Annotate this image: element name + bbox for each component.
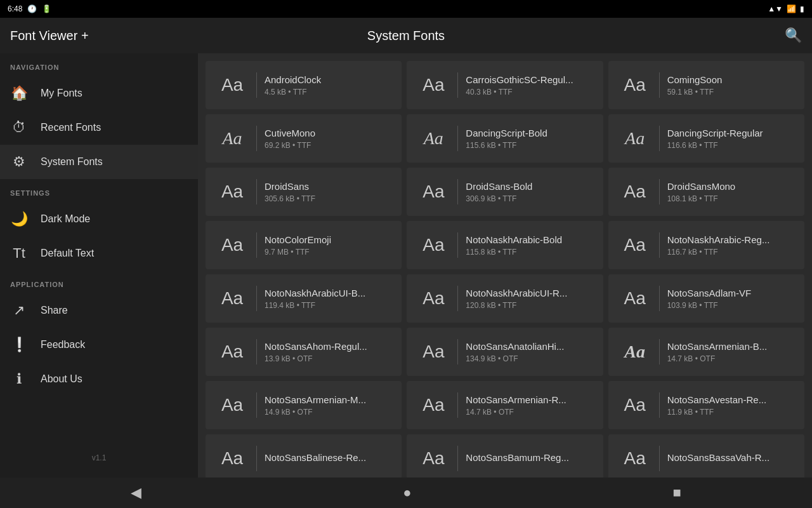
- font-preview: Aa: [216, 288, 249, 309]
- font-divider: [256, 126, 257, 151]
- font-info: NotoSansArmenian-B...14.7 kB • OTF: [667, 341, 768, 363]
- app-bar-center-title: System Fonts: [367, 29, 445, 43]
- font-info: CarroisGothicSC-Regul...40.3 kB • TTF: [466, 74, 573, 97]
- sidebar-item-feedback[interactable]: ❕Feedback: [0, 328, 198, 362]
- font-name: NotoSansArmenian-M...: [265, 394, 366, 405]
- font-card[interactable]: AaNotoSansArmenian-R...14.7 kB • OTF: [407, 381, 603, 429]
- font-divider: [659, 72, 660, 98]
- font-card[interactable]: AaNotoSansBassaVah-R...: [608, 434, 804, 478]
- font-preview: Aa: [619, 448, 652, 469]
- font-card[interactable]: AaNotoSansAvestan-Re...11.9 kB • TTF: [608, 381, 804, 429]
- sidebar-item-share[interactable]: ↗Share: [0, 293, 198, 328]
- font-preview: Aa: [417, 235, 450, 255]
- font-card[interactable]: AaDroidSans-Bold306.9 kB • TTF: [407, 168, 603, 216]
- sidebar-item-label: System Fonts: [41, 156, 103, 168]
- font-divider: [659, 446, 660, 471]
- font-divider: [256, 72, 257, 98]
- font-info: DancingScript-Bold115.6 kB • TTF: [466, 128, 547, 150]
- font-info: DroidSansMono108.1 kB • TTF: [667, 181, 736, 203]
- home-button[interactable]: ●: [388, 479, 426, 506]
- font-name: ComingSoon: [667, 74, 723, 85]
- font-info: CutiveMono69.2 kB • TTF: [265, 128, 315, 150]
- about-us-icon: ℹ: [10, 371, 28, 387]
- sidebar-item-label: Recent Fonts: [41, 122, 101, 133]
- font-name: NotoSansBalinese-Re...: [265, 452, 366, 463]
- font-name: NotoSansAvestan-Re...: [667, 394, 766, 405]
- font-divider: [457, 339, 458, 364]
- font-preview: Aa: [417, 128, 450, 149]
- font-info: NotoSansAhom-Regul...13.9 kB • OTF: [265, 341, 367, 363]
- font-preview: Aa: [619, 395, 652, 415]
- font-divider: [457, 232, 458, 258]
- font-name: CarroisGothicSC-Regul...: [466, 74, 573, 85]
- bottom-nav: ◀ ● ■: [0, 478, 812, 508]
- font-meta: 11.9 kB • TTF: [667, 408, 766, 417]
- font-card[interactable]: AaNotoSansAhom-Regul...13.9 kB • OTF: [206, 328, 402, 376]
- font-divider: [659, 392, 660, 418]
- font-preview: Aa: [216, 128, 249, 149]
- font-info: NotoNaskhArabicUI-R...120.8 kB • TTF: [466, 288, 567, 310]
- main-layout: NAVIGATION🏠My Fonts⏱Recent Fonts⚙System …: [0, 53, 812, 478]
- font-divider: [659, 339, 660, 364]
- font-name: NotoNaskhArabic-Bold: [466, 234, 562, 245]
- font-divider: [659, 232, 660, 258]
- font-card[interactable]: AaNotoSansAdlam-VF103.9 kB • TTF: [608, 274, 804, 323]
- sidebar-item-label: My Fonts: [41, 88, 82, 99]
- search-icon[interactable]: 🔍: [785, 27, 802, 44]
- font-card[interactable]: AaDroidSans305.6 kB • TTF: [206, 168, 402, 216]
- font-name: DancingScript-Regular: [667, 128, 763, 138]
- font-card[interactable]: AaNotoSansBamum-Reg...: [407, 434, 603, 478]
- back-button[interactable]: ◀: [115, 479, 157, 506]
- sidebar-item-recent-fonts[interactable]: ⏱Recent Fonts: [0, 110, 198, 145]
- font-preview: Aa: [619, 235, 652, 255]
- sidebar-item-about-us[interactable]: ℹAbout Us: [0, 362, 198, 396]
- font-card[interactable]: AaNotoSansAnatolianHi...134.9 kB • OTF: [407, 328, 603, 376]
- font-preview: Aa: [216, 342, 249, 362]
- sidebar-item-my-fonts[interactable]: 🏠My Fonts: [0, 76, 198, 110]
- font-info: NotoNaskhArabic-Bold115.8 kB • TTF: [466, 234, 562, 257]
- font-meta: 108.1 kB • TTF: [667, 194, 736, 203]
- font-card[interactable]: AaNotoSansArmenian-M...14.9 kB • OTF: [206, 381, 402, 429]
- font-card[interactable]: AaNotoNaskhArabic-Reg...116.7 kB • TTF: [608, 221, 804, 269]
- font-info: DroidSans-Bold306.9 kB • TTF: [466, 181, 532, 203]
- recent-button[interactable]: ■: [658, 479, 697, 506]
- font-card[interactable]: AaDroidSansMono108.1 kB • TTF: [608, 168, 804, 216]
- font-preview: Aa: [417, 342, 450, 362]
- sidebar-item-dark-mode[interactable]: 🌙Dark Mode: [0, 202, 198, 236]
- font-preview: Aa: [417, 395, 450, 415]
- font-preview: Aa: [417, 288, 450, 309]
- font-card[interactable]: AaAndroidClock4.5 kB • TTF: [206, 61, 402, 109]
- font-name: NotoSansBassaVah-R...: [667, 452, 769, 463]
- status-wifi-icon: ▲▼: [768, 4, 783, 13]
- font-meta: 4.5 kB • TTF: [265, 88, 321, 97]
- font-divider: [457, 286, 458, 311]
- sidebar-item-system-fonts[interactable]: ⚙System Fonts: [0, 145, 198, 179]
- font-preview: Aa: [216, 448, 249, 469]
- sidebar-section-label: SETTINGS: [0, 179, 198, 202]
- font-card[interactable]: AaNotoColorEmoji9.7 MB • TTF: [206, 221, 402, 269]
- font-name: DroidSansMono: [667, 181, 736, 192]
- font-meta: 13.9 kB • OTF: [265, 354, 367, 363]
- font-card[interactable]: AaNotoNaskhArabicUI-B...119.4 kB • TTF: [206, 274, 402, 323]
- font-card[interactable]: AaNotoNaskhArabic-Bold115.8 kB • TTF: [407, 221, 603, 269]
- font-card[interactable]: AaNotoSansBalinese-Re...: [206, 434, 402, 478]
- font-card[interactable]: AaDancingScript-Bold115.6 kB • TTF: [407, 114, 603, 163]
- font-name: CutiveMono: [265, 128, 315, 138]
- font-card[interactable]: AaCutiveMono69.2 kB • TTF: [206, 114, 402, 163]
- sidebar-item-label: Dark Mode: [41, 213, 90, 225]
- sidebar-item-label: Share: [41, 305, 68, 316]
- font-card[interactable]: AaNotoSansArmenian-B...14.7 kB • OTF: [608, 328, 804, 376]
- font-meta: 69.2 kB • TTF: [265, 141, 315, 150]
- sidebar-item-label: About Us: [41, 373, 82, 385]
- status-left: 6:48 🕐 🔋: [8, 4, 51, 13]
- status-right: ▲▼ 📶 ▮: [768, 4, 804, 13]
- font-card[interactable]: AaDancingScript-Regular116.6 kB • TTF: [608, 114, 804, 163]
- sidebar-item-default-text[interactable]: TtDefault Text: [0, 236, 198, 271]
- font-name: DancingScript-Bold: [466, 128, 547, 138]
- font-card[interactable]: AaNotoNaskhArabicUI-R...120.8 kB • TTF: [407, 274, 603, 323]
- font-card[interactable]: AaComingSoon59.1 kB • TTF: [608, 61, 804, 109]
- font-preview: Aa: [417, 182, 450, 202]
- sidebar: NAVIGATION🏠My Fonts⏱Recent Fonts⚙System …: [0, 53, 198, 478]
- font-name: NotoSansAhom-Regul...: [265, 341, 367, 352]
- font-card[interactable]: AaCarroisGothicSC-Regul...40.3 kB • TTF: [407, 61, 603, 109]
